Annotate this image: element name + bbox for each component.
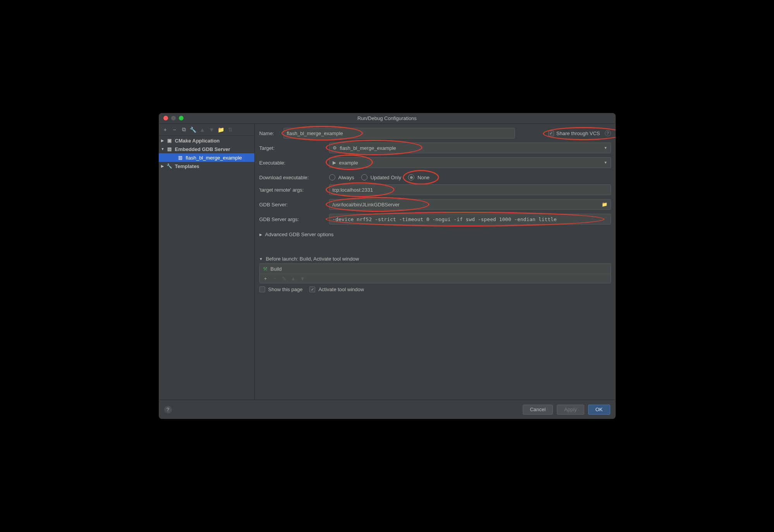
remove-icon[interactable]: − — [171, 126, 178, 133]
sidebar-toolbar: + − ⧉ 🔧 ▲ ▼ 📁 ⇅ — [159, 124, 254, 136]
body: + − ⧉ 🔧 ▲ ▼ 📁 ⇅ ▶ ▣ CMake Application ▼ … — [159, 124, 616, 400]
target-label: Target: — [259, 145, 329, 151]
help-icon[interactable]: ? — [605, 130, 611, 136]
name-label: Name: — [259, 130, 283, 136]
gdb-args-value: -device nrf52 -strict -timeout 0 -nogui … — [333, 216, 557, 222]
collapse-icon: ▼ — [161, 147, 166, 151]
radio-label: Always — [338, 175, 354, 180]
folder-icon[interactable]: 📁 — [218, 126, 225, 133]
cancel-button[interactable]: Cancel — [523, 405, 553, 415]
executable-dropdown[interactable]: ▶ example ▼ — [329, 157, 611, 168]
target-value: flash_bl_merge_example — [340, 145, 396, 151]
radio-always[interactable]: Always — [329, 174, 354, 180]
tree-label: CMake Application — [175, 138, 220, 144]
radio-label: Updated Only — [371, 175, 402, 180]
show-page-checkbox[interactable] — [259, 287, 265, 292]
ok-button[interactable]: OK — [588, 405, 610, 415]
footer: ? Cancel Apply OK — [159, 400, 616, 419]
target-dropdown[interactable]: ⚙ flash_bl_merge_example ▼ — [329, 142, 611, 153]
expand-icon: ▶ — [161, 139, 166, 142]
remote-args-label: 'target remote' args: — [259, 187, 329, 193]
gdb-server-input[interactable]: /usr/local/bin/JLinkGDBServer 📁 — [329, 199, 611, 210]
move-up-icon[interactable]: ▲ — [199, 126, 206, 133]
radio-icon — [361, 174, 367, 180]
browse-icon[interactable]: 📁 — [602, 202, 608, 207]
gdb-args-input[interactable]: -device nrf52 -strict -timeout 0 -nogui … — [329, 214, 611, 225]
advanced-label: Advanced GDB Server options — [265, 232, 334, 237]
wrench-icon[interactable]: 🔧 — [190, 126, 197, 133]
show-page-checkbox-row[interactable]: Show this page — [259, 287, 303, 292]
expand-icon: ▶ — [161, 164, 166, 168]
share-vcs-label: Share through VCS — [556, 130, 600, 136]
executable-value: example — [339, 160, 358, 166]
gdb-server-label: GDB Server: — [259, 202, 329, 208]
help-button[interactable]: ? — [164, 406, 172, 414]
remote-args-value: tcp:localhost:2331 — [333, 187, 373, 193]
copy-icon[interactable]: ⧉ — [180, 126, 187, 133]
before-launch-toggle[interactable]: ▼ Before launch: Build, Activate tool wi… — [259, 256, 611, 262]
move-down-icon[interactable]: ▼ — [299, 276, 306, 281]
radio-updated[interactable]: Updated Only — [361, 174, 402, 180]
tree-node-flash-bl-merge-example[interactable]: ▥ flash_bl_merge_example — [159, 153, 254, 162]
expand-icon: ▶ — [259, 233, 262, 237]
wrench-icon: 🔧 — [166, 163, 173, 169]
gdb-args-label: GDB Server args: — [259, 216, 329, 222]
sidebar: + − ⧉ 🔧 ▲ ▼ 📁 ⇅ ▶ ▣ CMake Application ▼ … — [159, 124, 255, 400]
activate-window-label: Activate tool window — [318, 287, 364, 292]
tree-label: Templates — [175, 163, 199, 169]
move-down-icon[interactable]: ▼ — [208, 126, 215, 133]
apply-button[interactable]: Apply — [557, 405, 584, 415]
close-window-icon[interactable] — [163, 116, 168, 120]
gdb-server-value: /usr/local/bin/JLinkGDBServer — [333, 202, 400, 208]
radio-icon — [329, 174, 335, 180]
executable-label: Executable: — [259, 160, 329, 166]
tree-label: flash_bl_merge_example — [186, 155, 242, 161]
gear-icon: ⚙ — [333, 145, 337, 151]
collapse-icon: ▼ — [259, 257, 263, 261]
remote-args-input[interactable]: tcp:localhost:2331 — [329, 184, 611, 195]
traffic-lights — [163, 116, 184, 120]
add-icon[interactable]: + — [262, 276, 269, 281]
before-item-label: Build — [271, 266, 282, 272]
tree-node-cmake-application[interactable]: ▶ ▣ CMake Application — [159, 136, 254, 145]
tree-node-templates[interactable]: ▶ 🔧 Templates — [159, 162, 254, 170]
sort-icon[interactable]: ⇅ — [227, 126, 234, 133]
minimize-window-icon — [171, 116, 176, 120]
name-input[interactable]: flash_bl_merge_example — [283, 128, 515, 139]
titlebar: Run/Debug Configurations — [159, 113, 616, 124]
radio-icon — [408, 174, 414, 180]
show-page-label: Show this page — [268, 287, 303, 292]
download-radio-group: Always Updated Only None — [329, 174, 430, 180]
remove-icon[interactable]: − — [271, 276, 278, 281]
advanced-gdb-toggle[interactable]: ▶ Advanced GDB Server options — [259, 232, 611, 237]
hammer-icon: ⚒ — [263, 266, 268, 272]
window-title: Run/Debug Configurations — [357, 115, 417, 121]
move-up-icon[interactable]: ▲ — [290, 276, 297, 281]
before-launch-list: ⚒ Build + − ✎ ▲ ▼ — [259, 263, 611, 283]
add-icon[interactable]: + — [162, 126, 169, 133]
chevron-down-icon: ▼ — [604, 161, 608, 165]
before-launch-build-item[interactable]: ⚒ Build — [260, 264, 611, 274]
activate-window-checkbox[interactable] — [309, 287, 315, 292]
edit-icon[interactable]: ✎ — [281, 276, 288, 281]
name-value: flash_bl_merge_example — [287, 130, 343, 136]
radio-label: None — [417, 175, 429, 180]
main-form: Name: flash_bl_merge_example Share throu… — [255, 124, 616, 400]
run-debug-config-window: Run/Debug Configurations + − ⧉ 🔧 ▲ ▼ 📁 ⇅… — [159, 113, 616, 419]
before-launch-toolbar: + − ✎ ▲ ▼ — [260, 274, 611, 283]
chip-icon: ▤ — [166, 146, 173, 152]
download-label: Download executable: — [259, 175, 329, 180]
play-icon: ▶ — [333, 160, 336, 165]
share-vcs-checkbox[interactable] — [548, 130, 554, 136]
radio-none[interactable]: None — [408, 174, 429, 180]
activate-window-checkbox-row[interactable]: Activate tool window — [309, 287, 364, 292]
app-icon: ▣ — [166, 138, 173, 143]
config-tree: ▶ ▣ CMake Application ▼ ▤ Embedded GDB S… — [159, 136, 254, 400]
tree-node-embedded-gdb[interactable]: ▼ ▤ Embedded GDB Server — [159, 145, 254, 153]
tree-label: Embedded GDB Server — [175, 146, 230, 152]
chevron-down-icon: ▼ — [604, 146, 608, 150]
zoom-window-icon[interactable] — [179, 116, 184, 120]
chip-icon: ▥ — [177, 155, 184, 160]
before-launch-label: Before launch: Build, Activate tool wind… — [266, 256, 359, 262]
